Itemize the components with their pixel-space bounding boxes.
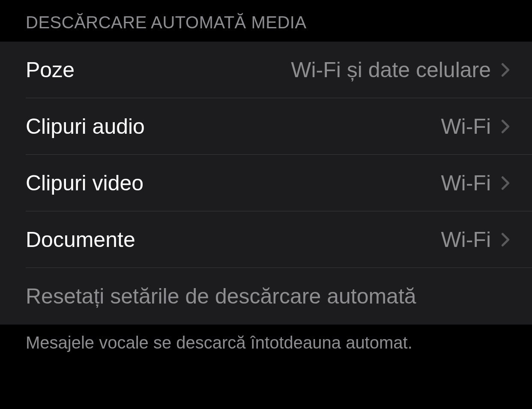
chevron-right-icon: [499, 174, 511, 192]
settings-row-documents[interactable]: Documente Wi-Fi: [0, 211, 532, 268]
chevron-right-icon: [499, 230, 511, 249]
section-footer: Mesajele vocale se descarcă întotdeauna …: [0, 325, 532, 352]
row-label-photos: Poze: [26, 57, 75, 82]
row-value-wrap: Wi-Fi: [441, 171, 511, 195]
row-label-audio: Clipuri audio: [26, 114, 145, 139]
reset-auto-download-button[interactable]: Resetați setările de descărcare automată: [0, 268, 532, 325]
row-label-video: Clipuri video: [26, 171, 143, 195]
row-value-wrap: Wi-Fi și date celulare: [291, 57, 511, 82]
row-value-photos: Wi-Fi și date celulare: [291, 57, 491, 82]
settings-row-photos[interactable]: Poze Wi-Fi și date celulare: [0, 42, 532, 98]
settings-group: Poze Wi-Fi și date celulare Clipuri audi…: [0, 42, 532, 325]
settings-row-video[interactable]: Clipuri video Wi-Fi: [0, 155, 532, 211]
row-value-wrap: Wi-Fi: [441, 114, 511, 139]
row-label-documents: Documente: [26, 227, 135, 252]
reset-label: Resetați setările de descărcare automată: [26, 284, 416, 309]
chevron-right-icon: [499, 117, 511, 136]
separator: [26, 268, 532, 268]
section-header: DESCĂRCARE AUTOMATĂ MEDIA: [0, 0, 532, 42]
chevron-right-icon: [499, 60, 511, 79]
settings-row-audio[interactable]: Clipuri audio Wi-Fi: [0, 98, 532, 155]
row-value-wrap: Wi-Fi: [441, 227, 511, 252]
row-value-documents: Wi-Fi: [441, 227, 491, 252]
row-value-video: Wi-Fi: [441, 171, 491, 195]
row-value-audio: Wi-Fi: [441, 114, 491, 139]
